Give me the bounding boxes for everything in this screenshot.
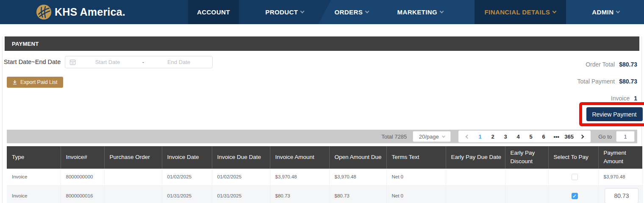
page-button-4[interactable]: 4 bbox=[512, 131, 525, 142]
nav-menu: ACCOUNT PRODUCT ORDERS MARKETING FINANCI… bbox=[188, 0, 633, 24]
nav-label: ADMIN bbox=[592, 8, 613, 16]
page-ellipsis[interactable]: ••• bbox=[550, 131, 563, 142]
nav-label: MARKETING bbox=[397, 8, 437, 16]
pagination-total: Total 7285 bbox=[381, 133, 407, 140]
page-button-6[interactable]: 6 bbox=[537, 131, 550, 142]
cell-terms-text: Net 0 bbox=[386, 186, 446, 203]
cell-select-to-pay: ✓ bbox=[548, 186, 598, 203]
cell-terms-text: Net 0 bbox=[386, 169, 446, 186]
cell-payment-amount: $3,970.48 bbox=[598, 169, 642, 186]
calendar-icon bbox=[69, 59, 76, 65]
review-payment-button[interactable]: Review Payment bbox=[586, 107, 643, 121]
cell-select-to-pay bbox=[548, 169, 598, 186]
order-total-label: Order Total bbox=[586, 61, 615, 68]
export-button-label: Export Paid List bbox=[20, 79, 58, 85]
cell-invoice-due-date: 01/02/2025 bbox=[212, 169, 270, 186]
col-select-to-pay: Select To Pay bbox=[548, 146, 598, 169]
col-payment-amount: Payment Amount bbox=[598, 146, 642, 169]
pager: 1 2 3 4 5 6 ••• 365 bbox=[458, 131, 591, 142]
payment-section-title: PAYMENT bbox=[12, 41, 39, 47]
cell-invoice-amount: $80.73 bbox=[270, 186, 329, 203]
page-button-5[interactable]: 5 bbox=[525, 131, 537, 142]
date-filter-label: Start Date~End Date bbox=[4, 58, 61, 65]
payment-amount-input[interactable] bbox=[605, 188, 638, 203]
cell-early-pay-discount bbox=[505, 169, 548, 186]
select-to-pay-checkbox[interactable]: ✓ bbox=[572, 193, 578, 199]
nav-item-admin[interactable]: ADMIN bbox=[579, 0, 633, 24]
cell-invoice-no: 8000000000 bbox=[61, 169, 104, 186]
cell-invoice-date: 01/31/2025 bbox=[162, 186, 212, 203]
table-row: Invoice 8000000000 01/02/2025 01/02/2025… bbox=[7, 169, 642, 186]
cell-invoice-no: 8000000016 bbox=[61, 186, 104, 203]
nav-item-account[interactable]: ACCOUNT bbox=[188, 0, 239, 24]
cell-purchase-order bbox=[104, 186, 162, 203]
page-button-3[interactable]: 3 bbox=[499, 131, 512, 142]
order-total-value: $80.73 bbox=[619, 61, 637, 68]
top-navigation: KHS America. ACCOUNT PRODUCT ORDERS MARK… bbox=[0, 0, 644, 24]
nav-label: ACCOUNT bbox=[197, 8, 230, 16]
cell-invoice-date: 01/02/2025 bbox=[162, 169, 212, 186]
cell-invoice-due-date: 01/31/2025 bbox=[212, 186, 270, 203]
cell-open-amount-due: $80.73 bbox=[329, 186, 386, 203]
cell-type: Invoice bbox=[7, 186, 61, 203]
cell-early-pay-discount bbox=[505, 186, 548, 203]
col-type: Type bbox=[7, 146, 61, 169]
nav-item-product[interactable]: PRODUCT bbox=[254, 0, 316, 24]
nav-label: FINANCIAL DETAILS bbox=[485, 8, 550, 16]
col-invoice-due-date: Invoice Due Date bbox=[212, 146, 270, 169]
total-payment-value: $80.73 bbox=[619, 78, 637, 85]
table-header-row: Type Invoice# Purchase Order Invoice Dat… bbox=[7, 146, 642, 169]
chevron-down-icon bbox=[300, 9, 305, 14]
invoice-count-label: Invoice bbox=[611, 95, 630, 102]
col-purchase-order: Purchase Order bbox=[104, 146, 162, 169]
page-button-365[interactable]: 365 bbox=[563, 131, 575, 142]
nav-item-financial-details[interactable]: FINANCIAL DETAILS bbox=[475, 0, 566, 24]
table-row: Invoice 8000000016 01/31/2025 01/31/2025… bbox=[7, 186, 642, 203]
goto-page-input[interactable] bbox=[616, 131, 635, 142]
brand-title: KHS America. bbox=[55, 6, 125, 18]
cell-purchase-order bbox=[104, 169, 162, 186]
col-terms-text: Terms Text bbox=[386, 146, 446, 169]
invoice-table: Type Invoice# Purchase Order Invoice Dat… bbox=[7, 146, 643, 203]
chevron-down-icon bbox=[441, 134, 445, 138]
cell-type: Invoice bbox=[7, 169, 61, 186]
col-invoice-no: Invoice# bbox=[61, 146, 104, 169]
next-page-button[interactable] bbox=[575, 131, 588, 142]
payment-panel: PAYMENT Start Date~End Date Start Date -… bbox=[2, 36, 642, 203]
col-invoice-amount: Invoice Amount bbox=[270, 146, 329, 169]
nav-item-orders[interactable]: ORDERS bbox=[322, 0, 381, 24]
date-range-picker[interactable]: Start Date - End Date bbox=[65, 56, 213, 68]
brand-logo-group[interactable]: KHS America. bbox=[36, 4, 125, 20]
order-total-row: Order Total $80.73 bbox=[502, 61, 637, 68]
goto-label: Go to bbox=[598, 133, 612, 140]
download-icon bbox=[12, 80, 17, 85]
red-annotation-box: Review Payment bbox=[579, 102, 644, 126]
col-early-pay-discount: Early Pay Discount bbox=[505, 146, 548, 169]
select-to-pay-checkbox[interactable] bbox=[572, 174, 578, 180]
prev-page-button[interactable] bbox=[461, 131, 474, 142]
nav-item-marketing[interactable]: MARKETING bbox=[386, 0, 454, 24]
export-paid-list-button[interactable]: Export Paid List bbox=[7, 77, 63, 88]
cell-open-amount-due: $3,970.48 bbox=[329, 169, 386, 186]
nav-label: PRODUCT bbox=[265, 8, 298, 16]
col-open-amount-due: Open Amount Due bbox=[329, 146, 386, 169]
invoice-count-row: Invoice 1 bbox=[502, 95, 637, 102]
cell-early-pay-due-date bbox=[446, 186, 505, 203]
chevron-left-icon bbox=[465, 134, 469, 139]
end-date-input[interactable]: End Date bbox=[150, 59, 208, 65]
cell-payment-amount bbox=[598, 186, 642, 203]
chevron-right-icon bbox=[580, 134, 584, 139]
chevron-down-icon bbox=[616, 9, 620, 14]
page-size-select[interactable]: 20/page bbox=[413, 131, 451, 142]
start-date-input[interactable]: Start Date bbox=[78, 59, 137, 65]
chevron-down-icon bbox=[440, 9, 444, 14]
page-button-2[interactable]: 2 bbox=[486, 131, 499, 142]
invoice-count-value: 1 bbox=[634, 95, 637, 102]
page-button-1[interactable]: 1 bbox=[474, 131, 486, 142]
col-early-pay-due-date: Early Pay Due Date bbox=[446, 146, 505, 169]
nav-label: ORDERS bbox=[335, 8, 363, 16]
khs-globe-logo-icon bbox=[36, 4, 52, 20]
cell-early-pay-due-date bbox=[446, 169, 505, 186]
col-invoice-date: Invoice Date bbox=[162, 146, 212, 169]
chevron-down-icon bbox=[365, 9, 369, 14]
